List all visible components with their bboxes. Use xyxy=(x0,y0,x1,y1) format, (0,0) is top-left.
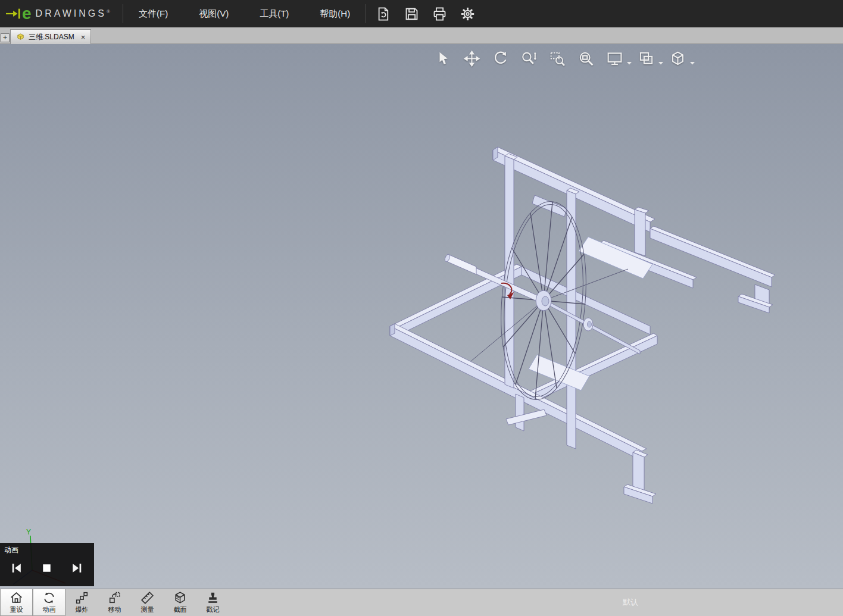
pan-icon xyxy=(463,50,480,67)
save-button[interactable] xyxy=(401,4,422,24)
display-style-dropdown-caret[interactable] xyxy=(658,57,664,61)
print-icon xyxy=(432,6,448,22)
home-icon xyxy=(9,590,24,605)
menu-bar: e DRAWINGS® 文件(F) 视图(V) 工具(T) 帮助(H) xyxy=(0,0,843,27)
configuration-selector[interactable]: 默认 xyxy=(623,597,638,608)
view-orientation-button[interactable] xyxy=(667,48,688,68)
skip-start-icon xyxy=(9,561,24,576)
reset-button[interactable]: 重设 xyxy=(0,589,33,616)
chevron-down-icon xyxy=(626,61,632,65)
tab-close-icon[interactable]: × xyxy=(81,33,86,41)
logo-text: DRAWINGS® xyxy=(36,8,113,19)
viewport-toolbar xyxy=(432,48,698,69)
open-button[interactable] xyxy=(373,4,394,24)
gear-icon xyxy=(460,6,476,22)
print-button[interactable] xyxy=(429,4,449,24)
display-style-button[interactable] xyxy=(635,48,657,68)
measure-button[interactable]: 测量 xyxy=(131,589,164,616)
section-label: 截面 xyxy=(174,605,187,614)
menu-tools[interactable]: 工具(T) xyxy=(244,0,304,27)
animation-button[interactable]: 动画 xyxy=(33,589,65,616)
main-menus: 文件(F) 视图(V) 工具(T) 帮助(H) xyxy=(123,0,366,27)
tab-sldasm[interactable]: 三维.SLDASM × xyxy=(10,29,91,44)
logo-arrow-icon xyxy=(6,7,21,20)
model-secondary-shaft xyxy=(547,301,640,354)
move-label: 移动 xyxy=(108,605,121,614)
skip-end-icon xyxy=(70,561,85,576)
stamp-label: 戳记 xyxy=(207,605,220,614)
animation-controls xyxy=(0,559,94,577)
rotate-icon xyxy=(492,50,509,67)
stamp-button[interactable]: 戳记 xyxy=(196,589,229,616)
triad-y-label: Y xyxy=(26,528,31,536)
zoom-fit-tool-button[interactable] xyxy=(575,48,597,68)
tab-bar: + 三维.SLDASM × xyxy=(0,27,843,44)
animation-icon xyxy=(42,590,57,605)
fullscreen-dropdown-caret[interactable] xyxy=(626,57,633,61)
chevron-down-icon xyxy=(689,61,695,65)
animation-panel: 动画 xyxy=(0,543,94,586)
edrawings-logo: e DRAWINGS® xyxy=(0,0,123,27)
reset-label: 重设 xyxy=(10,605,23,614)
chevron-down-icon xyxy=(658,61,664,65)
header-actions xyxy=(366,0,477,27)
bottom-toolbar: 重设 动画 爆炸 移动 测量 截面 xyxy=(0,589,843,616)
open-icon xyxy=(376,6,392,22)
assembly-icon xyxy=(16,33,25,42)
pan-tool-button[interactable] xyxy=(461,48,482,68)
zoom-tool-button[interactable] xyxy=(518,48,539,68)
view-orientation-dropdown-caret[interactable] xyxy=(689,57,696,61)
explode-label: 爆炸 xyxy=(76,605,89,614)
display-style-icon xyxy=(638,50,655,67)
explode-icon xyxy=(74,590,89,605)
select-cursor-icon xyxy=(435,50,452,67)
new-tab-button[interactable]: + xyxy=(1,33,10,42)
explode-button[interactable]: 爆炸 xyxy=(65,589,98,616)
fullscreen-button[interactable] xyxy=(604,48,625,68)
move-button[interactable]: 移动 xyxy=(98,589,131,616)
zoom-fit-icon xyxy=(577,50,595,67)
animation-skip-end-button[interactable] xyxy=(68,559,86,577)
model-viewport[interactable]: Y xyxy=(0,44,843,589)
view-orientation-cube-icon xyxy=(669,50,686,67)
section-button[interactable]: 截面 xyxy=(164,589,196,616)
settings-button[interactable] xyxy=(457,4,477,24)
stop-icon xyxy=(39,561,54,576)
save-icon xyxy=(404,6,420,22)
select-tool-button[interactable] xyxy=(432,48,454,68)
menu-help[interactable]: 帮助(H) xyxy=(304,0,366,27)
animation-stop-button[interactable] xyxy=(38,559,55,577)
move-component-icon xyxy=(107,590,122,605)
cad-model: Y xyxy=(0,44,843,589)
animation-label: 动画 xyxy=(43,605,56,614)
logo-e: e xyxy=(22,2,32,26)
zoom-area-icon xyxy=(549,50,566,67)
zoom-area-tool-button[interactable] xyxy=(547,48,568,68)
zoom-inout-icon xyxy=(520,50,538,67)
animation-panel-title: 动画 xyxy=(0,543,94,558)
measure-label: 测量 xyxy=(141,605,154,614)
fullscreen-icon xyxy=(606,50,623,67)
measure-icon xyxy=(140,590,155,605)
section-icon xyxy=(173,590,188,605)
animation-skip-start-button[interactable] xyxy=(7,559,25,577)
tab-label: 三维.SLDASM xyxy=(29,32,74,42)
menu-file[interactable]: 文件(F) xyxy=(123,0,183,27)
menu-view[interactable]: 视图(V) xyxy=(183,0,244,27)
stamp-icon xyxy=(205,590,220,605)
rotate-tool-button[interactable] xyxy=(489,48,511,68)
